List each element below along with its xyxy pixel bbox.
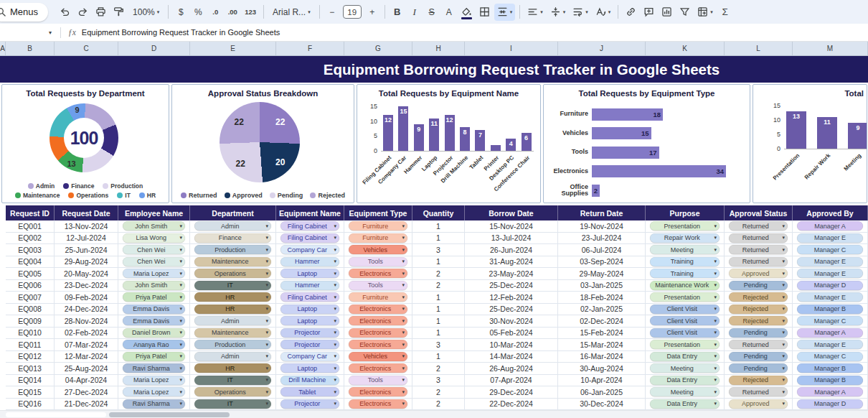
cell-equipment_name[interactable]: Laptop▾	[276, 268, 344, 280]
pill-equipment_type[interactable]: Tools▾	[349, 257, 407, 266]
cell-equipment_name[interactable]: Tablet▾	[276, 386, 344, 399]
pill-approved_by[interactable]: Manager D	[797, 399, 863, 409]
cell-quantity[interactable]: 1	[412, 233, 465, 245]
cell-purpose[interactable]: Meeting▾	[646, 363, 725, 375]
cell-request_date[interactable]: 28-Nov-2024	[55, 315, 118, 328]
pill-employee[interactable]: Chen Wei▾	[123, 257, 185, 266]
pill-approved_by[interactable]: Manager C	[797, 352, 863, 361]
cell-status[interactable]: Approved▾	[725, 268, 793, 280]
cell-return_date[interactable]: 30-Dec-2024	[558, 399, 646, 411]
cell-purpose[interactable]: Client Visit▾	[646, 304, 725, 316]
pill-employee[interactable]: Priya Patel▾	[123, 292, 185, 302]
pill-equipment_type[interactable]: Vehicles▾	[349, 352, 407, 361]
cell-approved_by[interactable]: Manager D	[793, 399, 868, 411]
scrollbar-thumb[interactable]	[109, 412, 230, 417]
pill-equipment_name[interactable]: Laptop▾	[280, 269, 339, 278]
column-header-K[interactable]: K	[646, 42, 725, 55]
cell-return_date[interactable]: 23-Jul-2024	[558, 233, 646, 245]
pill-equipment_name[interactable]: Hammer▾	[280, 257, 339, 266]
cell-equipment_name[interactable]: Laptop▾	[276, 315, 344, 328]
functions-icon[interactable]: Σ	[717, 4, 733, 21]
cell-quantity[interactable]: 2	[412, 363, 465, 375]
pill-approved_by[interactable]: Manager C	[797, 245, 863, 254]
pill-status[interactable]: Returned▾	[729, 233, 788, 243]
cell-status[interactable]: Approved▾	[725, 399, 793, 411]
cell-approved_by[interactable]: Manager A	[793, 386, 868, 399]
pill-status[interactable]: Returned▾	[729, 340, 788, 349]
column-header-employee[interactable]: Employee Name	[118, 205, 190, 220]
cell-return_date[interactable]: 02-Dec-2024	[558, 315, 646, 328]
cell-employee[interactable]: Ravi Sharma▾	[118, 399, 190, 411]
pill-equipment_type[interactable]: Furniture▾	[349, 292, 407, 302]
pill-department[interactable]: HR▾	[194, 292, 271, 302]
pill-approved_by[interactable]: Manager B	[797, 363, 863, 373]
cell-equipment_name[interactable]: Filing Cabinet▾	[276, 292, 344, 304]
pill-department[interactable]: Admin▾	[194, 352, 271, 361]
cell-equipment_type[interactable]: Vehicles▾	[344, 351, 412, 363]
cell-borrow_date[interactable]: 25-Dec-2024	[465, 304, 558, 316]
cell-equipment_name[interactable]: Laptop▾	[276, 363, 344, 375]
cell-department[interactable]: HR▾	[190, 292, 276, 304]
cell-equipment_type[interactable]: Furniture▾	[344, 233, 412, 245]
pill-equipment_name[interactable]: Laptop▾	[280, 305, 339, 314]
pill-purpose[interactable]: Client Visit▾	[650, 328, 720, 338]
pill-employee[interactable]: Maria Lopez▾	[123, 376, 185, 385]
pill-employee[interactable]: Emma Davis▾	[123, 305, 185, 314]
cell-employee[interactable]: John Smith▾	[118, 280, 190, 292]
column-header-C[interactable]: C	[55, 42, 118, 55]
column-header-E[interactable]: E	[190, 42, 276, 55]
pill-purpose[interactable]: Maintenance Work▾	[650, 281, 720, 290]
cell-equipment_type[interactable]: Vehicles▾	[344, 244, 412, 256]
pill-equipment_name[interactable]: Hammer▾	[280, 281, 339, 290]
cell-purpose[interactable]: Presentation▾	[646, 220, 725, 233]
cell-department[interactable]: Admin▾	[190, 351, 276, 363]
cell-quantity[interactable]: 3	[412, 375, 465, 387]
pill-purpose[interactable]: Data Entry▾	[650, 399, 720, 409]
cell-return_date[interactable]: 15-Feb-2024	[558, 328, 646, 340]
strikethrough-icon[interactable]: S	[424, 4, 440, 21]
cell-equipment_name[interactable]: Hammer▾	[276, 256, 344, 269]
cell-id[interactable]: EQ009	[6, 315, 55, 328]
cell-purpose[interactable]: Data Entry▾	[646, 351, 725, 363]
cell-return_date[interactable]: 03-Jan-2025	[558, 280, 646, 292]
pill-approved_by[interactable]: Manager A	[797, 221, 863, 231]
pill-equipment_type[interactable]: Furniture▾	[349, 233, 407, 243]
chart-department-donut[interactable]: Total Requests by Department100913AdminF…	[1, 84, 169, 203]
text-wrap-icon[interactable]: ▾	[570, 4, 591, 21]
more-formats-icon[interactable]: 123	[242, 4, 259, 21]
pill-purpose[interactable]: Meeting▾	[650, 387, 720, 396]
italic-icon[interactable]: I	[407, 4, 423, 21]
pill-employee[interactable]: Maria Lopez▾	[123, 269, 185, 278]
cell-quantity[interactable]: 1	[412, 292, 465, 304]
decrease-font-size-icon[interactable]: −	[324, 4, 340, 21]
undo-icon[interactable]	[57, 4, 73, 21]
pill-department[interactable]: IT▾	[194, 281, 271, 290]
cell-borrow_date[interactable]: 22-Dec-2024	[465, 399, 558, 411]
chart-equipment-name-columns[interactable]: Total Requests by Equipment Name05101512…	[357, 84, 541, 203]
pill-employee[interactable]: Priya Patel▾	[123, 352, 185, 361]
pill-status[interactable]: Approved▾	[729, 399, 788, 409]
pill-department[interactable]: Production▾	[194, 340, 271, 349]
column-header-A[interactable]: A	[0, 42, 6, 55]
cell-employee[interactable]: Priya Patel▾	[118, 292, 190, 304]
pill-equipment_name[interactable]: Filing Cabinet▾	[280, 221, 339, 231]
cell-department[interactable]: IT▾	[190, 280, 276, 292]
redo-icon[interactable]	[75, 4, 91, 21]
cell-equipment_name[interactable]: Projector▾	[276, 399, 344, 411]
column-header-department[interactable]: Department	[190, 205, 276, 220]
column-header-J[interactable]: J	[558, 42, 646, 55]
cell-id[interactable]: EQ015	[6, 386, 55, 399]
cell-equipment_name[interactable]: Company Car▾	[276, 244, 344, 256]
cell-id[interactable]: EQ007	[6, 292, 55, 304]
pill-purpose[interactable]: Data Entry▾	[650, 352, 720, 361]
cell-status[interactable]: Returned▾	[725, 256, 793, 269]
column-header-return_date[interactable]: Return Date	[558, 205, 646, 220]
cell-request_date[interactable]: 12-Jul-2024	[55, 233, 118, 245]
pill-equipment_name[interactable]: Projector▾	[280, 328, 339, 338]
cell-equipment_type[interactable]: Tools▾	[344, 280, 412, 292]
cell-department[interactable]: Operations▾	[190, 268, 276, 280]
column-header-purpose[interactable]: Purpose	[646, 205, 725, 220]
cell-employee[interactable]: Ravi Sharma▾	[118, 363, 190, 375]
increase-font-size-icon[interactable]: +	[364, 4, 380, 21]
pill-approved_by[interactable]: Manager A	[797, 387, 863, 396]
